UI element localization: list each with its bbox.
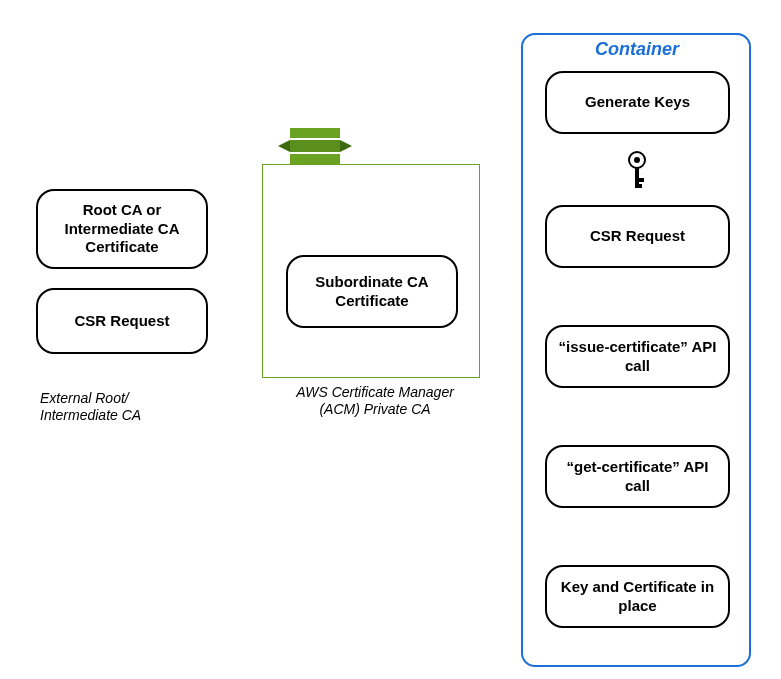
container-title-text: Container (595, 39, 679, 59)
generate-keys-node: Generate Keys (545, 71, 730, 134)
issue-certificate-label: “issue-certificate” API call (557, 338, 718, 376)
svg-rect-0 (290, 128, 340, 138)
svg-rect-7 (635, 178, 644, 182)
key-cert-in-place-label: Key and Certificate in place (557, 578, 718, 616)
key-icon (620, 151, 654, 191)
key-cert-in-place-node: Key and Certificate in place (545, 565, 730, 628)
svg-rect-2 (290, 140, 340, 152)
container-title: Container (595, 39, 679, 60)
get-certificate-node: “get-certificate” API call (545, 445, 730, 508)
svg-point-5 (634, 157, 640, 163)
external-ca-caption-line1: External Root/ Intermediate CA (40, 390, 141, 423)
subordinate-ca-cert-label: Subordinate CA Certificate (298, 273, 446, 311)
svg-rect-3 (290, 154, 340, 164)
subordinate-ca-cert-node: Subordinate CA Certificate (286, 255, 458, 328)
root-ca-cert-label: Root CA or Intermediate CA Certificate (48, 201, 196, 257)
container-csr-request-label: CSR Request (590, 227, 685, 246)
aws-service-icon (278, 128, 352, 184)
generate-keys-label: Generate Keys (585, 93, 690, 112)
private-ca-caption-text: AWS Certificate Manager (ACM) Private CA (296, 384, 454, 417)
external-csr-request-node: CSR Request (36, 288, 208, 354)
private-ca-caption: AWS Certificate Manager (ACM) Private CA (280, 384, 470, 418)
external-ca-caption: External Root/ Intermediate CA (40, 390, 180, 424)
container-csr-request-node: CSR Request (545, 205, 730, 268)
svg-rect-8 (635, 184, 642, 188)
root-intermediate-ca-cert-node: Root CA or Intermediate CA Certificate (36, 189, 208, 269)
issue-certificate-node: “issue-certificate” API call (545, 325, 730, 388)
external-csr-request-label: CSR Request (74, 312, 169, 331)
get-certificate-label: “get-certificate” API call (557, 458, 718, 496)
